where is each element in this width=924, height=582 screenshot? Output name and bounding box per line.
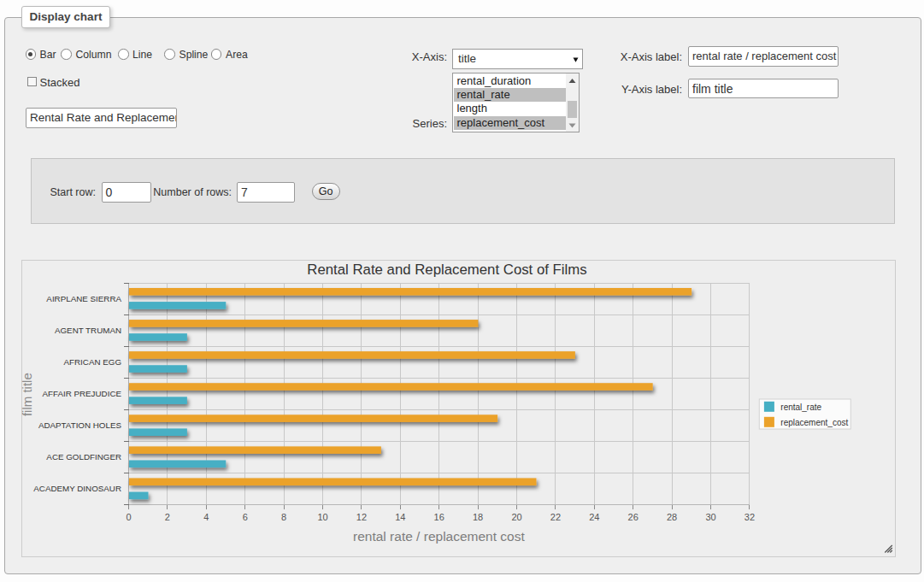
svg-text:Rental Rate and Replacement Co: Rental Rate and Replacement Cost of Film… xyxy=(307,262,586,278)
svg-text:film title: film title xyxy=(21,373,34,416)
svg-text:26: 26 xyxy=(627,512,638,522)
svg-text:20: 20 xyxy=(511,512,521,522)
svg-text:8: 8 xyxy=(281,512,286,522)
svg-text:14: 14 xyxy=(395,512,405,522)
svg-text:rental rate / replacement cost: rental rate / replacement cost xyxy=(353,529,525,544)
svg-text:16: 16 xyxy=(433,512,444,522)
svg-text:12: 12 xyxy=(356,512,366,522)
svg-text:10: 10 xyxy=(317,512,327,522)
svg-text:AGENT TRUMAN: AGENT TRUMAN xyxy=(55,326,121,335)
svg-text:AFRICAN EGG: AFRICAN EGG xyxy=(63,357,121,367)
svg-text:ACADEMY DINOSAUR: ACADEMY DINOSAUR xyxy=(33,484,121,493)
svg-text:30: 30 xyxy=(705,512,715,522)
svg-text:24: 24 xyxy=(589,512,599,522)
svg-text:2: 2 xyxy=(165,512,170,522)
svg-text:32: 32 xyxy=(744,512,754,522)
svg-text:AIRPLANE SIERRA: AIRPLANE SIERRA xyxy=(46,294,121,303)
svg-text:28: 28 xyxy=(667,512,677,522)
svg-text:18: 18 xyxy=(473,512,483,522)
svg-text:AFFAIR PREJUDICE: AFFAIR PREJUDICE xyxy=(42,389,121,398)
svg-text:rental_rate: rental_rate xyxy=(780,403,821,412)
svg-text:replacement_cost: replacement_cost xyxy=(780,418,848,427)
svg-text:ADAPTATION HOLES: ADAPTATION HOLES xyxy=(38,420,122,430)
svg-text:4: 4 xyxy=(203,512,209,522)
svg-text:ACE GOLDFINGER: ACE GOLDFINGER xyxy=(46,452,121,461)
svg-text:0: 0 xyxy=(126,512,131,522)
svg-text:22: 22 xyxy=(550,512,560,522)
svg-text:6: 6 xyxy=(242,512,247,522)
